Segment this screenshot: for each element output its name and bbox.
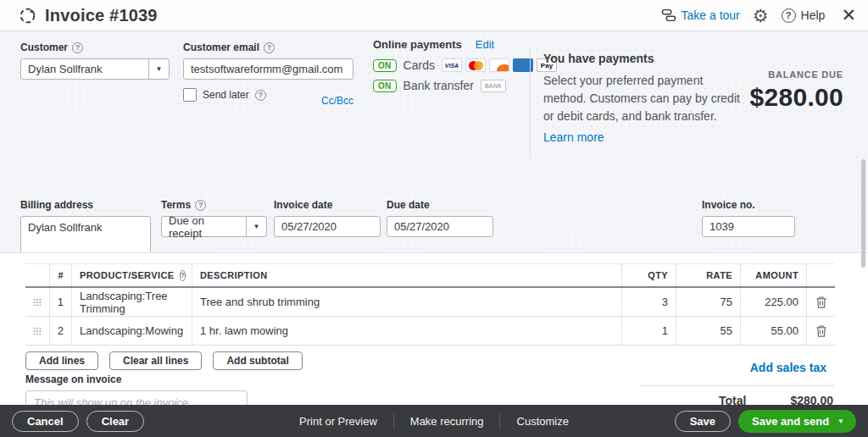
cards-label: Cards (403, 58, 435, 72)
chevron-down-icon[interactable]: ▼ (148, 59, 169, 79)
save-and-send-button[interactable]: Save and send ▼ (738, 410, 856, 433)
invoice-form-upper: Customer ? Dylan Sollfrank ▼ Customer em… (0, 31, 868, 252)
row-number: 1 (49, 288, 71, 316)
invoice-number-input[interactable] (702, 216, 795, 237)
row-qty[interactable]: 1 (621, 317, 676, 345)
invoice-date-input[interactable] (274, 216, 381, 237)
customer-label: Customer ? (20, 41, 170, 53)
clear-all-lines-button[interactable]: Clear all lines (109, 351, 202, 370)
col-header-rate: RATE (676, 264, 740, 286)
payments-panel-title: You have payments (543, 52, 743, 65)
make-recurring-button[interactable]: Make recurring (410, 415, 484, 428)
customer-value: Dylan Sollfrank (21, 59, 148, 79)
bank-transfer-on-toggle[interactable]: ON (373, 80, 397, 92)
add-subtotal-button[interactable]: Add subtotal (213, 351, 302, 370)
customize-button[interactable]: Customize (517, 415, 569, 428)
footer-separator (500, 413, 501, 429)
take-a-tour-label: Take a tour (682, 8, 740, 22)
send-later-label: Send later (203, 89, 249, 101)
customer-email-label: Customer email ? (183, 41, 353, 53)
customer-email-help-icon[interactable]: ? (264, 42, 275, 53)
trash-icon[interactable] (806, 288, 835, 316)
help-button[interactable]: ? Help (782, 8, 826, 23)
tour-icon (661, 8, 676, 22)
trash-icon[interactable] (806, 317, 835, 345)
row-amount: 225.00 (740, 288, 806, 316)
billing-address-label: Billing address (20, 199, 151, 211)
customer-select[interactable]: Dylan Sollfrank ▼ (20, 58, 170, 80)
col-header-amount: AMOUNT (740, 264, 806, 286)
save-button[interactable]: Save (675, 411, 731, 432)
footer-separator (393, 413, 394, 429)
terms-help-icon[interactable]: ? (195, 200, 206, 211)
row-description[interactable]: 1 hr. lawn mowing (192, 317, 621, 345)
product-service-help-icon[interactable]: ? (180, 270, 186, 281)
online-payments-label: Online payments (373, 38, 462, 51)
terms-label: Terms ? (161, 199, 267, 211)
add-lines-button[interactable]: Add lines (25, 351, 98, 370)
payments-panel-body: Select your preferred payment method. Cu… (543, 72, 743, 125)
discover-icon (489, 58, 509, 72)
balance-due-label: BALANCE DUE (749, 69, 843, 80)
bank-transfer-label: Bank transfer (403, 79, 474, 92)
terms-select[interactable]: Due on receipt ▼ (161, 216, 267, 237)
mastercard-icon (465, 58, 486, 72)
balance-due-amount: $280.00 (749, 83, 843, 112)
visa-icon: VISA (442, 58, 462, 72)
table-row[interactable]: 2 Landscaping:Mowing 1 hr. lawn mowing 1… (25, 317, 835, 346)
total-divider (641, 385, 834, 386)
close-icon[interactable]: ✕ (841, 5, 856, 25)
row-rate[interactable]: 75 (676, 288, 740, 316)
send-later-help-icon[interactable]: ? (255, 90, 266, 101)
col-header-qty: QTY (621, 264, 676, 286)
learn-more-link[interactable]: Learn more (543, 130, 604, 144)
col-header-num: # (49, 264, 71, 286)
ccbcc-link[interactable]: Cc/Bcc (321, 95, 353, 107)
bank-icon: BANK (481, 80, 506, 92)
send-later-checkbox[interactable] (183, 88, 197, 102)
add-sales-tax-link[interactable]: Add sales tax (750, 361, 826, 374)
page-title: Invoice #1039 (45, 6, 158, 25)
table-row[interactable]: 1 Landscaping:Tree Trimming Tree and shr… (25, 288, 835, 317)
cards-on-toggle[interactable]: ON (373, 59, 397, 72)
panel-divider (530, 48, 531, 154)
row-amount: 55.00 (740, 317, 806, 345)
vertical-scrollbar[interactable] (861, 159, 865, 268)
help-question-icon: ? (782, 8, 796, 23)
footer-action-bar: Cancel Clear Print or Preview Make recur… (0, 405, 868, 437)
chevron-down-icon[interactable]: ▼ (246, 217, 266, 236)
clear-button[interactable]: Clear (86, 411, 145, 432)
row-product[interactable]: Landscaping:Tree Trimming (71, 288, 192, 316)
terms-value: Due on receipt (162, 217, 246, 236)
print-or-preview-button[interactable]: Print or Preview (299, 415, 377, 428)
row-product[interactable]: Landscaping:Mowing (71, 317, 192, 345)
customer-help-icon[interactable]: ? (72, 42, 83, 53)
cancel-button[interactable]: Cancel (12, 411, 79, 432)
save-and-send-label: Save and send (752, 415, 829, 428)
drag-handle-icon[interactable] (25, 288, 49, 316)
col-header-description: DESCRIPTION (192, 264, 621, 286)
message-on-invoice-label: Message on invoice (25, 373, 248, 385)
row-rate[interactable]: 55 (676, 317, 740, 345)
drag-handle-icon[interactable] (25, 317, 49, 345)
due-date-input[interactable] (387, 216, 493, 237)
gear-icon[interactable]: ⚙ (753, 7, 769, 25)
row-qty[interactable]: 3 (621, 288, 676, 316)
top-header-bar: Invoice #1039 Take a tour ⚙ ? Help ✕ (0, 0, 868, 31)
recurring-invoice-icon (19, 7, 36, 25)
chevron-down-icon[interactable]: ▼ (837, 418, 844, 425)
customer-email-input[interactable] (183, 58, 353, 80)
take-a-tour-button[interactable]: Take a tour (661, 8, 740, 22)
row-number: 2 (49, 317, 71, 345)
invoice-number-label: Invoice no. (702, 199, 795, 211)
help-label: Help (801, 8, 826, 22)
table-header-row: # PRODUCT/SERVICE ? DESCRIPTION QTY RATE… (25, 263, 835, 288)
online-payments-edit-link[interactable]: Edit (476, 38, 494, 51)
row-description[interactable]: Tree and shrub trimming (192, 288, 621, 316)
invoice-date-label: Invoice date (274, 199, 381, 211)
col-header-product: PRODUCT/SERVICE ? (71, 264, 192, 286)
due-date-label: Due date (387, 199, 493, 211)
line-items-table: # PRODUCT/SERVICE ? DESCRIPTION QTY RATE… (25, 263, 835, 346)
